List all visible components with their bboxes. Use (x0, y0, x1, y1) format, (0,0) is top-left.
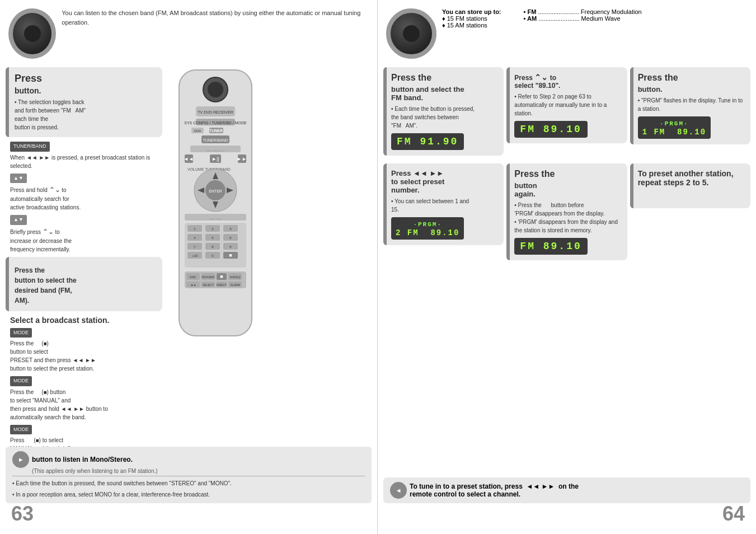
step1-desc2: ▲▼ Press and hold ⌃⌄ toautomatically sea… (10, 174, 162, 212)
svg-text:◄◄: ◄◄ (184, 156, 194, 162)
mode-label2: MODE (10, 376, 32, 386)
svg-text:DS/ASMO: DS/ASMO (201, 275, 214, 279)
step1-accent (6, 67, 9, 137)
step2-accent (6, 257, 9, 311)
speaker-icon-left (8, 8, 56, 59)
speaker-icon-right (386, 8, 436, 59)
svg-text:ENTER: ENTER (209, 189, 222, 193)
right-step3-box: Press the button. • "PRGM" flashes in th… (630, 67, 750, 144)
right-step1-subtitle: button and select theFM band. (391, 85, 498, 102)
right-step3-subtitle: button. (638, 85, 745, 93)
svg-text:SYS CONFIG / TUNER/BD / MODE: SYS CONFIG / TUNER/BD / MODE (184, 121, 247, 125)
step2-title: Press thebutton to select thedesired ban… (15, 265, 156, 306)
step1-desc1: TUNER/BAND When ◄◄ ►► is pressed, a pres… (10, 142, 162, 170)
step4-display: ·PRGM· 2 FM 89.10 (391, 217, 464, 240)
right-step3-bullet: • "PRGM" flashes in the display. Tune in… (638, 96, 745, 113)
svg-text:◄◄: ◄◄ (190, 283, 196, 287)
right-step5-title: Press the (514, 169, 621, 179)
right-step2-bullet: • Refer to Step 2 on page 63 to automati… (514, 92, 621, 118)
step1r-accent (383, 67, 387, 156)
right-step1-title: Press the (391, 73, 498, 83)
step1-box: Press button. • The selection toggles ba… (6, 67, 162, 137)
right-step5-col: Press the buttonagain. • Press the butto… (506, 163, 627, 264)
step6r-accent (630, 163, 633, 208)
left-steps-column: Press button. • The selection toggles ba… (6, 67, 162, 473)
mode-label: MODE (10, 328, 32, 338)
store-title: You can store up to: (442, 8, 501, 15)
mode-label3: MODE (10, 425, 32, 435)
fm-label: • FM ........................ Frequency … (524, 8, 642, 15)
svg-point-2 (208, 82, 223, 97)
bottom-bullet2: • In a poor reception area, select MONO … (12, 490, 365, 499)
bottom-section-left: ▶ button to listen in Mono/Stereo. (This… (6, 447, 372, 503)
right-step4-bullet: • You can select between 1 and15. (391, 197, 498, 214)
svg-text:►►: ►► (237, 156, 247, 162)
right-step4-title: Press ◄◄ ►►to select presetnumber. (391, 169, 498, 194)
step1-subtitle: button. (15, 86, 156, 95)
svg-text:SUR/EQ: SUR/EQ (229, 275, 240, 279)
step1-label3: ▲▼ (10, 215, 27, 225)
store-info: You can store up to: ♦ 15 FM stations ♦ … (442, 8, 501, 29)
right-step2-box: Press ⌃⌄ toselect "89.10". • Refer to St… (506, 67, 627, 143)
step3-display: ·PRGM· 1 FM 89.10 (638, 116, 711, 139)
step1-desc2-text: Press and hold ⌃⌄ toautomatically search… (10, 187, 81, 210)
step1-desc3-text: Briefly press ⌃⌄ toincrease or decrease … (10, 229, 72, 252)
right-bottom-text: To tune in to a preset station, press ◄◄… (410, 483, 579, 498)
right-step4-box: Press ◄◄ ►►to select presetnumber. • You… (383, 163, 504, 245)
page-right: You can store up to: ♦ 15 FM stations ♦ … (378, 0, 756, 534)
svg-text:DISC: DISC (190, 275, 196, 279)
right-step6-box: To preset another station, repeat steps … (630, 163, 750, 208)
mono-stereo-btn: ▶ (12, 451, 29, 468)
step1-label1: TUNER/BAND (10, 142, 50, 152)
step2r-accent (506, 67, 510, 143)
page-number-left: 63 (11, 502, 34, 526)
right-circle-btn: ◀ (390, 482, 407, 499)
step2-sub2: MODE Press the (■) button to select "MAN… (10, 376, 162, 421)
step1-bullet: • The selection toggles back and forth b… (15, 98, 156, 132)
right-header: You can store up to: ♦ 15 FM stations ♦ … (383, 6, 750, 62)
step1-label2: ▲▼ (10, 174, 27, 184)
header-description: You can listen to the chosen band (FM, A… (62, 10, 360, 26)
remote-column: TV DVD RECEIVER SYS CONFIG / TUNER/BD / … (165, 67, 277, 473)
step2-display: FM 89.10 (514, 121, 587, 138)
remote-svg: TV DVD RECEIVER SYS CONFIG / TUNER/BD / … (168, 67, 263, 341)
right-step5-bullets: • Press the button before 'PRGM' disappe… (514, 201, 621, 235)
svg-text:SELECT: SELECT (203, 283, 213, 287)
step1-desc3: ▲▼ Briefly press ⌃⌄ toincrease or decrea… (10, 215, 162, 254)
left-header-text: You can listen to the chosen band (FM, A… (62, 8, 369, 27)
svg-text:■: ■ (220, 274, 223, 279)
right-bottom-columns: Press ◄◄ ►►to select presetnumber. • You… (383, 163, 750, 264)
broadcast-title: Select a broadcast station. (10, 316, 162, 325)
bottom-main-text: button to listen in Mono/Stereo. (32, 456, 133, 463)
right-step2-col: Press ⌃⌄ toselect "89.10". • Refer to St… (506, 67, 627, 159)
right-step6-title: To preset another station, repeat steps … (638, 169, 745, 187)
right-bottom-row: ◀ To tune in to a preset station, press … (390, 482, 744, 499)
step3r-accent (630, 67, 633, 144)
svg-text:DIRECT: DIRECT (217, 283, 227, 287)
right-step1-col: Press the button and select theFM band. … (383, 67, 504, 159)
step4r-accent (383, 163, 387, 245)
svg-text:DVD: DVD (194, 129, 201, 133)
fm-stations: ♦ 15 FM stations (442, 15, 487, 22)
svg-text:TUNER: TUNER (209, 129, 223, 133)
step5-display: FM 89.10 (514, 238, 587, 255)
right-top-columns: Press the button and select theFM band. … (383, 67, 750, 159)
right-step1-bullet: • Each time the button is pressed, the b… (391, 105, 498, 130)
bottom-bullet1: • Each time the button is pressed, the s… (12, 479, 365, 488)
step1-sub-descs: TUNER/BAND When ◄◄ ►► is pressed, a pres… (6, 142, 162, 254)
step1-desc1-text: When ◄◄ ►► is pressed, a preset broadcas… (10, 154, 150, 169)
svg-text:+10: +10 (192, 254, 198, 257)
left-main-content: Press button. • The selection toggles ba… (6, 67, 372, 473)
right-step1-box: Press the button and select theFM band. … (383, 67, 504, 156)
page-number-right: 64 (722, 502, 745, 526)
bottom-applies: (This applies only when listening to an … (32, 468, 365, 474)
right-step2-title: Press ⌃⌄ toselect "89.10". (514, 73, 621, 90)
svg-text:■: ■ (229, 252, 232, 258)
step5r-accent (506, 163, 510, 260)
right-step3-title: Press the (638, 73, 745, 83)
fm-am-info: • FM ........................ Frequency … (524, 8, 642, 22)
step2-sub1: MODE Press the (■) button to select PRES… (10, 328, 162, 373)
remote-control-image: TV DVD RECEIVER SYS CONFIG / TUNER/BD / … (168, 67, 274, 347)
right-step5-subtitle: buttonagain. (514, 181, 621, 198)
svg-text:...... ......: ...... ...... (209, 217, 222, 220)
